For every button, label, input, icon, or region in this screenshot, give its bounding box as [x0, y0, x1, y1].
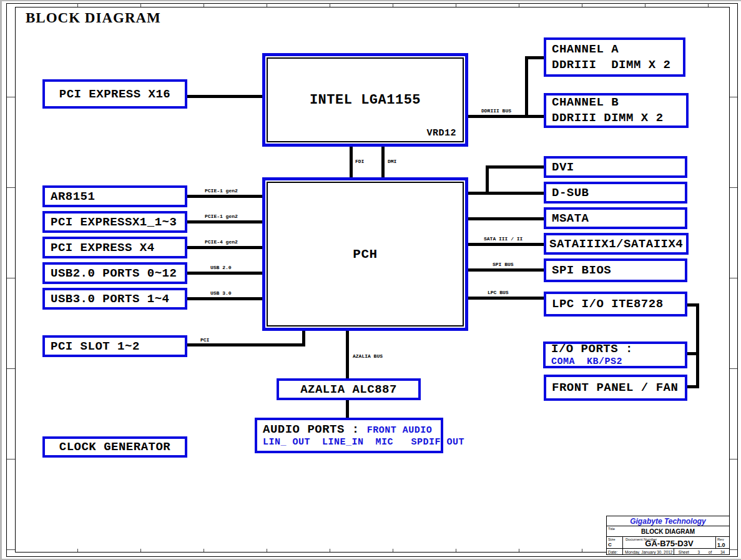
wire-lpc-chain-ioports: [685, 352, 699, 355]
size-label: Size: [608, 538, 616, 541]
block-usb3-ports: USB3.0 PORTS 1~4: [42, 288, 187, 310]
wire-lpc-chain-vertical: [696, 303, 699, 388]
wire-dvi-branch-vertical: [486, 165, 489, 195]
sheet-title-value: BLOCK DIAGRAM: [607, 528, 729, 536]
block-label: USB2.0 PORTS 0~12: [51, 267, 177, 280]
bus-label-usb20: USB 2.0: [210, 265, 232, 270]
wire-sata-pch: [467, 243, 544, 246]
title-block-company-row: Gigabyte Technology: [607, 516, 729, 526]
wire-usb3-pch: [185, 297, 263, 300]
bus-label-usb30: USB 3.0: [210, 290, 232, 296]
block-label: AZALIA ALC887: [300, 383, 397, 396]
wire-usb2-pch: [185, 272, 263, 275]
block-d-sub: D-SUB: [544, 182, 687, 204]
block-label: PCI SLOT 1~2: [51, 340, 140, 353]
block-channel-a: CHANNEL A DDRIII DIMM X 2: [544, 37, 685, 77]
block-usb2-ports: USB2.0 PORTS 0~12: [42, 262, 187, 284]
audio-ports-heading: AUDIO PORTS :: [263, 423, 367, 436]
sheet-number: 3: [698, 550, 700, 554]
wire-pciex1-pch: [185, 220, 263, 224]
company-name: Gigabyte Technology: [630, 517, 706, 526]
block-label-line1: I/O PORTS :: [551, 343, 633, 356]
block-label: PCH: [265, 247, 465, 262]
block-label: LPC I/O ITE8728: [552, 297, 664, 311]
wire-spi-pch: [467, 268, 544, 272]
rev-label: Rev: [717, 538, 724, 541]
block-label-line2: DDRIII DIMM X 2: [552, 111, 664, 126]
frame-zone-ticks-left: [7, 7, 15, 553]
bus-label-lpc: LPC BUS: [488, 290, 509, 295]
date-label: Date:: [607, 549, 623, 555]
wire-msata-pch: [467, 217, 544, 220]
block-label-line1: CHANNEL B: [552, 95, 619, 111]
title-block-title-row: Title BLOCK DIAGRAM: [607, 526, 729, 537]
title-block-date-row: Date: Monday, January 30, 2012 Sheet 3 o…: [607, 549, 729, 555]
bus-label-dmi: DMI: [388, 159, 396, 164]
block-label: PCI EXPRESSX1_1~3: [51, 215, 177, 229]
block-io-ports: I/O PORTS : COMA KB/PS2: [543, 341, 687, 368]
wire-azalia-bus: [346, 330, 349, 379]
size-value: C: [608, 542, 612, 548]
document-number-cell: Document Number GA-B75-D3V: [623, 537, 715, 548]
block-label: PCI EXPRESS X16: [59, 87, 171, 101]
block-label: DVI: [552, 160, 574, 174]
wire-lpc-pch: [467, 297, 544, 300]
block-pci-expressx1: PCI EXPRESSX1_1~3: [42, 211, 187, 233]
bus-label-pci: PCI: [200, 337, 209, 343]
block-audio-ports: AUDIO PORTS : FRONT AUDIO LIN_ OUT LINE_…: [255, 418, 443, 453]
block-label: PCI EXPRESS X4: [51, 241, 155, 255]
sheet-cell: Sheet 3 of 34: [674, 549, 729, 555]
wire-dvi-branch-horizontal: [486, 165, 544, 169]
block-label-line2: LIN_ OUT LINE_IN MIC SPDIF OUT: [263, 437, 464, 448]
block-pci-slot: PCI SLOT 1~2: [42, 335, 187, 357]
block-sublabel-vrd12: VRD12: [426, 128, 456, 139]
block-label: SATAIIIX1/SATAIIX4: [549, 237, 683, 251]
frame-zone-ticks-right: [729, 7, 737, 553]
date-value: Monday, January 30, 2012: [623, 549, 674, 555]
wire-ddriii-branch-to-channel-a: [525, 56, 544, 59]
block-label: USB3.0 PORTS 1~4: [51, 292, 169, 306]
sheet-label: Sheet: [679, 550, 689, 554]
block-label: SPI BIOS: [552, 263, 611, 277]
of-label: of: [709, 550, 712, 554]
wire-ddriii-bus: [467, 115, 544, 118]
block-pci-express-x4: PCI EXPRESS X4: [42, 237, 187, 258]
size-cell: Size C: [607, 537, 623, 548]
wire-pciex16-cpu: [185, 95, 263, 98]
document-number-value: GA-B75-D3V: [623, 539, 715, 548]
block-pci-express-x16: PCI EXPRESS X16: [42, 79, 187, 109]
block-front-panel-fan: FRONT PANEL / FAN: [544, 375, 687, 401]
block-label-line2: DDRIII DIMM X 2: [552, 57, 670, 73]
wire-lpc-chain-frontpanel: [685, 385, 699, 388]
wire-pci-slot-horizontal: [185, 343, 305, 346]
audio-ports-front-audio: FRONT AUDIO: [367, 425, 433, 436]
bus-label-fdi: FDI: [355, 159, 364, 164]
block-dvi: DVI: [544, 156, 687, 178]
wire-fdi: [350, 145, 353, 178]
block-label: AR8151: [51, 190, 95, 204]
rev-cell: Rev 1.0: [715, 537, 729, 548]
wire-ddriii-branch-vertical: [525, 56, 528, 118]
block-label: MSATA: [552, 212, 589, 225]
diagram-title: BLOCK DIAGRAM: [26, 10, 161, 26]
block-spi-bios: SPI BIOS: [544, 258, 687, 282]
block-azalia-alc887: AZALIA ALC887: [277, 378, 421, 400]
block-clock-generator: CLOCK GENERATOR: [42, 436, 187, 458]
total-sheets: 34: [720, 550, 725, 554]
title-label: Title: [608, 527, 615, 531]
block-sata-ports: SATAIIIX1/SATAIIX4: [544, 233, 689, 255]
block-label: INTEL LGA1155: [265, 92, 465, 108]
block-label: CLOCK GENERATOR: [59, 440, 171, 454]
block-lpc-io-ite8728: LPC I/O ITE8728: [544, 292, 687, 317]
wire-dsub-pch: [467, 192, 544, 195]
bus-label-pcie4: PCIE-4 gen2: [205, 239, 238, 245]
block-label-line2: COMA KB/PS2: [551, 356, 622, 367]
bus-label-spi: SPI BUS: [493, 262, 514, 267]
block-label: FRONT PANEL / FAN: [552, 381, 678, 395]
block-channel-b: CHANNEL B DDRIII DIMM X 2: [544, 93, 689, 128]
rev-value: 1.0: [717, 542, 725, 548]
wire-pciex4-pch: [185, 246, 263, 249]
bus-label-ddriii: DDRIII BUS: [481, 108, 511, 114]
title-block: Gigabyte Technology Title BLOCK DIAGRAM …: [606, 516, 730, 555]
title-block-doc-row: Size C Document Number GA-B75-D3V Rev 1.…: [607, 537, 729, 549]
